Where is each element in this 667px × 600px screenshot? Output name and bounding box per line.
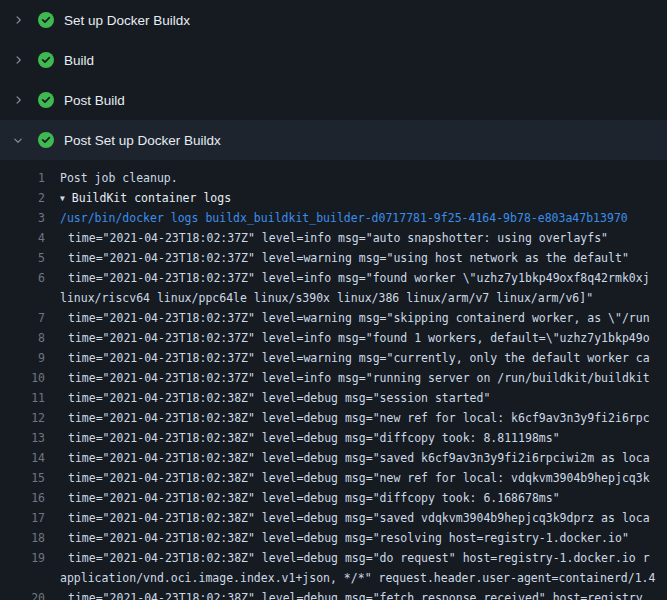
log-text: time="2021-04-23T18:02:38Z" level=debug … [45,548,650,568]
log-line: 8time="2021-04-23T18:02:37Z" level=info … [0,328,667,348]
chevron-right-icon [10,12,26,28]
step-label: Build [64,53,94,68]
line-number[interactable]: 17 [0,508,45,528]
step-header-set-up-docker-buildx[interactable]: Set up Docker Buildx [0,0,667,40]
log-line: 3/usr/bin/docker logs buildx_buildkit_bu… [0,208,667,228]
log-line: 5time="2021-04-23T18:02:37Z" level=warni… [0,248,667,268]
log-line: 17time="2021-04-23T18:02:38Z" level=debu… [0,508,667,528]
line-number[interactable]: 14 [0,448,45,468]
log-line: 1Post job cleanup. [0,168,667,188]
success-check-icon [38,92,54,108]
log-text: time="2021-04-23T18:02:37Z" level=warnin… [45,248,629,268]
chevron-down-icon [10,132,26,148]
log-text: time="2021-04-23T18:02:38Z" level=debug … [45,488,560,508]
line-number[interactable]: 20 [0,588,45,600]
log-text: time="2021-04-23T18:02:38Z" level=debug … [45,468,650,488]
log-line-continuation: application/vnd.oci.image.index.v1+json,… [0,568,667,588]
line-number[interactable]: 3 [0,208,45,228]
success-check-icon [38,132,54,148]
line-number[interactable]: 9 [0,348,45,368]
log-text: time="2021-04-23T18:02:38Z" level=debug … [45,448,650,468]
line-number[interactable]: 2 [0,188,45,208]
log-group-title[interactable]: ▼BuildKit container logs [45,188,231,208]
log-line-continuation: linux/riscv64 linux/ppc64le linux/s390x … [0,288,667,308]
step-label: Set up Docker Buildx [64,13,190,28]
line-number[interactable]: 11 [0,388,45,408]
line-number[interactable]: 4 [0,228,45,248]
actions-log-viewer: Set up Docker BuildxBuildPost BuildPost … [0,0,667,600]
log-text: application/vnd.oci.image.index.v1+json,… [45,568,655,588]
line-number[interactable]: 8 [0,328,45,348]
line-number[interactable]: 5 [0,248,45,268]
log-text: linux/riscv64 linux/ppc64le linux/s390x … [45,288,593,308]
line-number[interactable]: 15 [0,468,45,488]
log-text: time="2021-04-23T18:02:38Z" level=debug … [45,388,490,408]
log-line: 9time="2021-04-23T18:02:37Z" level=warni… [0,348,667,368]
log-group-title-text: BuildKit container logs [72,191,231,205]
log-line: 2▼BuildKit container logs [0,188,667,208]
log-line: 19time="2021-04-23T18:02:38Z" level=debu… [0,548,667,568]
success-check-icon [38,52,54,68]
line-number[interactable]: 6 [0,268,45,288]
log-line: 11time="2021-04-23T18:02:38Z" level=debu… [0,388,667,408]
log-text: time="2021-04-23T18:02:38Z" level=debug … [45,508,650,528]
step-label: Post Build [64,93,125,108]
step-header-post-build[interactable]: Post Build [0,80,667,120]
line-number[interactable]: 10 [0,368,45,388]
log-text: time="2021-04-23T18:02:37Z" level=info m… [45,268,650,288]
log-line: 6time="2021-04-23T18:02:37Z" level=info … [0,268,667,288]
chevron-right-icon [10,52,26,68]
log-line: 12time="2021-04-23T18:02:38Z" level=debu… [0,408,667,428]
log-text: time="2021-04-23T18:02:37Z" level=warnin… [45,348,650,368]
log-line: 7time="2021-04-23T18:02:37Z" level=warni… [0,308,667,328]
log-text: time="2021-04-23T18:02:38Z" level=debug … [45,428,560,448]
log-text: time="2021-04-23T18:02:37Z" level=warnin… [45,308,650,328]
success-check-icon [38,12,54,28]
log-line: 13time="2021-04-23T18:02:38Z" level=debu… [0,428,667,448]
line-number[interactable]: 13 [0,428,45,448]
step-header-post-set-up-docker-buildx[interactable]: Post Set up Docker Buildx [0,120,667,160]
log-command-text: /usr/bin/docker logs buildx_buildkit_bui… [45,208,628,228]
log-line: 16time="2021-04-23T18:02:38Z" level=debu… [0,488,667,508]
log-text: time="2021-04-23T18:02:38Z" level=debug … [45,408,650,428]
line-number[interactable]: 18 [0,528,45,548]
log-line: 15time="2021-04-23T18:02:38Z" level=debu… [0,468,667,488]
log-output: 1Post job cleanup.2▼BuildKit container l… [0,160,667,600]
step-label: Post Set up Docker Buildx [64,133,221,148]
log-text: time="2021-04-23T18:02:38Z" level=debug … [45,588,643,600]
log-line: 18time="2021-04-23T18:02:38Z" level=debu… [0,528,667,548]
group-toggle-icon[interactable]: ▼ [60,189,65,209]
log-text: time="2021-04-23T18:02:37Z" level=info m… [45,368,650,388]
log-text: time="2021-04-23T18:02:37Z" level=info m… [45,228,608,248]
line-number[interactable]: 19 [0,548,45,568]
log-line: 10time="2021-04-23T18:02:37Z" level=info… [0,368,667,388]
line-number[interactable]: 7 [0,308,45,328]
log-text: time="2021-04-23T18:02:37Z" level=info m… [45,328,650,348]
log-line: 14time="2021-04-23T18:02:38Z" level=debu… [0,448,667,468]
log-text: Post job cleanup. [45,168,178,188]
line-number[interactable]: 1 [0,168,45,188]
step-header-build[interactable]: Build [0,40,667,80]
chevron-right-icon [10,92,26,108]
step-list: Set up Docker BuildxBuildPost BuildPost … [0,0,667,160]
log-text: time="2021-04-23T18:02:38Z" level=debug … [45,528,629,548]
log-line: 20time="2021-04-23T18:02:38Z" level=debu… [0,588,667,600]
line-number[interactable]: 16 [0,488,45,508]
log-line: 4time="2021-04-23T18:02:37Z" level=info … [0,228,667,248]
line-number[interactable]: 12 [0,408,45,428]
